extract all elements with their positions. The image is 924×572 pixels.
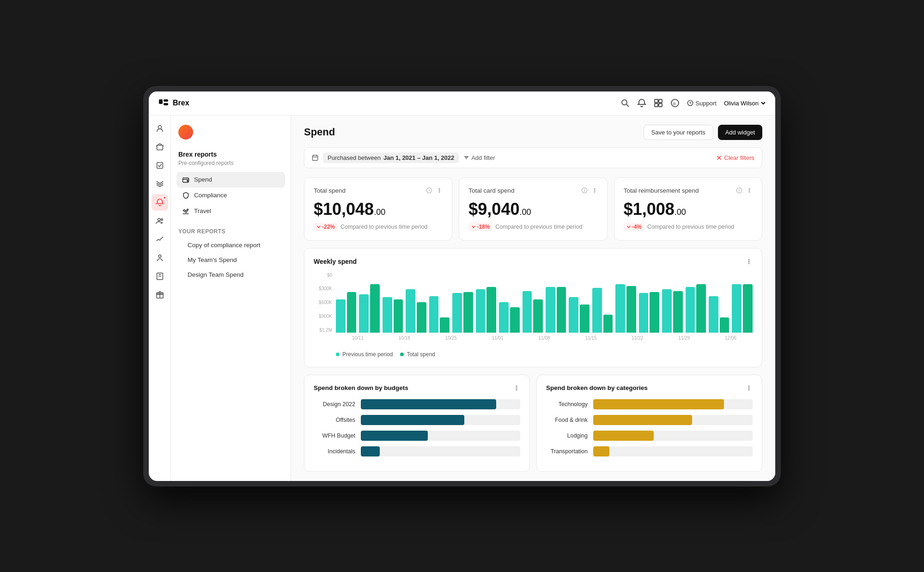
y-label-0: $1.2M (314, 328, 332, 333)
pre-configured-sub: Pre-configured reports (171, 160, 291, 170)
chart-group-0 (336, 292, 356, 333)
x-label-0: 10/11 (336, 335, 380, 341)
support-icon (687, 100, 693, 106)
svg-text:ai: ai (673, 101, 676, 106)
bar-curr-0 (347, 292, 357, 333)
weekly-more-icon[interactable] (745, 258, 753, 265)
card-amount-0: $10,048.00 (314, 200, 443, 219)
add-widget-button[interactable]: Add widget (718, 125, 762, 140)
notification-icon[interactable] (637, 98, 646, 108)
info-icon-0[interactable] (426, 187, 432, 194)
more-icon-0[interactable] (436, 187, 443, 194)
svg-rect-0 (159, 99, 163, 104)
svg-rect-14 (157, 162, 163, 168)
category-track-0 (593, 399, 753, 409)
svg-point-50 (749, 188, 750, 189)
rail-icon-users[interactable] (152, 249, 168, 266)
report-item-design-spend[interactable]: Design Team Spend (176, 268, 285, 282)
bar-prev-9 (546, 287, 555, 333)
bar-curr-8 (533, 299, 543, 333)
total-card-spend-card: Total card spend $9,040.00 (459, 177, 607, 241)
info-icon-2[interactable] (736, 187, 742, 194)
svg-point-12 (158, 125, 161, 128)
bar-curr-3 (417, 302, 426, 333)
rail-icon-home[interactable] (152, 139, 168, 155)
filter-label: Purchased between (328, 154, 381, 161)
x-label-6: 11/22 (615, 335, 659, 341)
save-to-reports-button[interactable]: Save to your reports (644, 125, 713, 140)
bar-prev-16 (709, 296, 718, 333)
category-bar-row-1: Food & drink (546, 415, 753, 425)
svg-point-45 (594, 190, 595, 191)
sidebar-item-spend[interactable]: Spend (176, 172, 285, 188)
budget-fill-2 (361, 431, 428, 441)
report-item-team-spend[interactable]: My Team's Spend (176, 253, 285, 267)
page-title: Spend (304, 126, 335, 138)
rail-icon-layers[interactable] (152, 176, 168, 192)
budget-chart-header: Spend broken down by budgets (314, 384, 520, 392)
add-filter-button[interactable]: Add filter (463, 154, 495, 161)
category-label-1: Food & drink (546, 417, 588, 423)
legend-curr-label: Total spend (407, 351, 435, 358)
svg-point-56 (516, 385, 517, 386)
rail-icon-people[interactable] (152, 213, 168, 229)
support-button[interactable]: Support (687, 100, 717, 107)
svg-point-46 (594, 191, 595, 192)
card-header-1: Total card spend (468, 187, 597, 194)
sidebar-user (171, 121, 291, 147)
svg-point-3 (622, 100, 627, 105)
change-text-2: Compared to previous time period (647, 224, 734, 230)
legend-dot-curr (400, 353, 404, 356)
legend-dot-prev (336, 353, 340, 356)
budget-more-icon[interactable] (513, 384, 520, 392)
sidebar-compliance-label: Compliance (194, 192, 227, 199)
chart-group-4 (429, 296, 450, 333)
filter-bar: Purchased between Jan 1, 2021 – Jan 1, 2… (304, 147, 762, 168)
svg-point-17 (158, 255, 161, 257)
category-fill-0 (593, 399, 724, 409)
bar-prev-15 (686, 287, 695, 333)
category-more-icon[interactable] (745, 384, 753, 392)
rail-icon-notification-active[interactable] (152, 194, 168, 211)
rail-icon-chart[interactable] (152, 231, 168, 248)
y-label-4: $0 (314, 273, 332, 278)
bar-prev-8 (523, 291, 532, 333)
clear-filters-button[interactable]: Clear filters (716, 154, 754, 161)
sidebar-item-travel[interactable]: Travel (176, 203, 285, 219)
brex-logo: Brex (158, 97, 189, 109)
rail-icon-check[interactable] (152, 157, 168, 174)
rail-icon-gift[interactable] (152, 286, 168, 303)
more-icon-1[interactable] (591, 187, 598, 194)
bar-curr-1 (370, 284, 380, 333)
svg-point-59 (748, 385, 749, 386)
layout-icon[interactable] (654, 98, 663, 108)
budget-label-3: Incidentals (314, 448, 355, 455)
rail-icon-book[interactable] (152, 268, 168, 285)
brex-reports-title: Brex reports (171, 147, 291, 160)
bar-curr-2 (394, 299, 403, 333)
main-content: Spend Save to your reports Add widget (291, 116, 775, 481)
bar-prev-1 (359, 294, 369, 333)
more-icon-2[interactable] (746, 187, 753, 194)
info-icon-1[interactable] (581, 187, 588, 194)
top-bar-actions: ai Support Olivia Wilson (620, 98, 766, 108)
chart-columns (336, 284, 753, 333)
svg-rect-5 (655, 99, 658, 103)
search-icon[interactable] (620, 98, 630, 108)
bar-prev-0 (336, 299, 346, 333)
sidebar-item-compliance[interactable]: Compliance (176, 188, 285, 203)
svg-rect-6 (659, 99, 662, 103)
user-menu-button[interactable]: Olivia Wilson (724, 100, 766, 107)
budget-label-1: Offsites (314, 417, 355, 423)
rail-icon-user[interactable] (152, 120, 168, 137)
ai-icon[interactable]: ai (670, 98, 680, 108)
svg-point-15 (158, 218, 160, 220)
svg-point-39 (439, 190, 440, 191)
user-name: Olivia Wilson (724, 100, 759, 107)
card-amount-2: $1,008.00 (624, 200, 753, 219)
x-label-3: 11/01 (476, 335, 520, 341)
category-track-1 (593, 415, 753, 425)
report-item-compliance-copy[interactable]: Copy of compliance report (176, 238, 285, 252)
date-filter-chip[interactable]: Purchased between Jan 1, 2021 – Jan 1, 2… (323, 152, 459, 163)
card-title-1: Total card spend (468, 187, 514, 194)
